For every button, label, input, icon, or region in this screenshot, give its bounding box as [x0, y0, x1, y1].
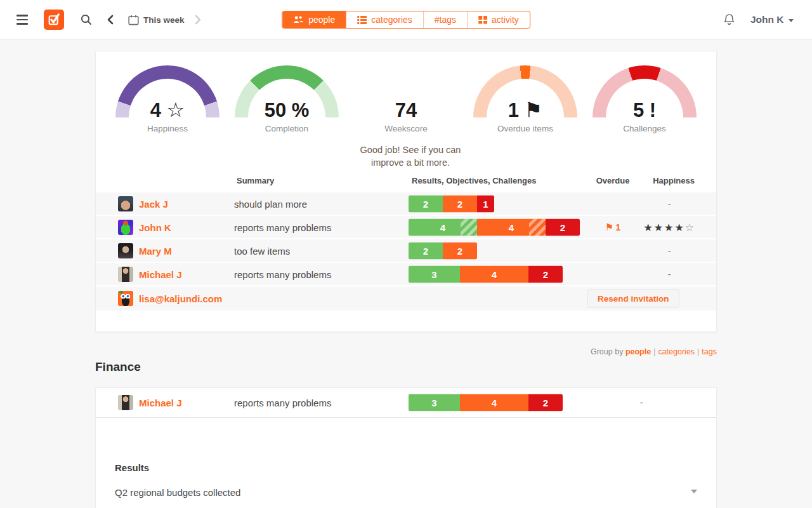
chevron-down-icon[interactable]	[691, 490, 697, 493]
avatar[interactable]	[118, 291, 133, 306]
next-week-icon[interactable]	[194, 0, 202, 39]
star-outline-icon: ☆	[684, 221, 695, 232]
col-header-happiness: Happiness	[636, 176, 712, 185]
items-bar: 342	[409, 265, 563, 283]
bar-value: 4	[509, 222, 514, 232]
search-icon[interactable]	[80, 0, 93, 39]
bar-segment-orange: 4	[460, 265, 528, 283]
bar-value: 2	[543, 269, 548, 279]
results-title: Results	[115, 462, 697, 473]
app-logo[interactable]	[44, 0, 64, 39]
bar-value: 4	[440, 222, 445, 232]
notifications-bell-icon[interactable]	[723, 0, 735, 39]
person-name-link[interactable]: John K	[139, 222, 171, 232]
bar-segment-red: 2	[546, 218, 580, 236]
col-header-results-objectives-challenges: Results, Objectives, Challenges	[412, 176, 537, 185]
table-row: Jack Jshould plan more221-	[96, 192, 716, 215]
summary-text: reports many problems	[234, 269, 331, 279]
avatar[interactable]	[118, 267, 133, 282]
bar-value: 4	[492, 269, 497, 279]
table-header: Summary Results, Objectives, Challenges …	[96, 171, 716, 192]
items-bar: 442	[409, 218, 580, 236]
bar-segment-green: 2	[409, 242, 443, 259]
resend-invitation-button[interactable]: Resend invitation	[587, 290, 679, 308]
bar-segment-orange: 2	[443, 195, 477, 212]
group-by-categories[interactable]: categories	[658, 347, 695, 356]
summary-text: should plan more	[234, 198, 307, 209]
person-name-link[interactable]: Mary M	[139, 245, 172, 256]
table-row: Michael Jreports many problems342-	[96, 263, 716, 285]
tab-tags[interactable]: #tags	[423, 11, 467, 28]
gauge-value: 74	[354, 99, 458, 122]
happiness-cell: -	[625, 198, 714, 210]
items-bar: 22	[409, 242, 477, 259]
user-menu[interactable]: John K	[750, 0, 794, 39]
bar-segment-orange: 2	[443, 242, 477, 259]
summary-text: too few items	[234, 245, 290, 256]
person-name-link[interactable]: Michael J	[139, 398, 182, 408]
star-filled-icon: ★	[654, 221, 664, 232]
gauge-value: 5 !	[593, 99, 697, 122]
avatar[interactable]	[118, 395, 133, 410]
person-name-link[interactable]: Michael J	[139, 269, 182, 279]
tab-label: categories	[371, 15, 412, 25]
gauge-label: Overdue items	[466, 124, 584, 133]
bar-value: 2	[560, 222, 565, 232]
happiness-empty: -	[668, 269, 671, 279]
avatar[interactable]	[118, 243, 133, 258]
bar-value: 4	[492, 398, 497, 408]
flag-icon: ⚑	[525, 98, 543, 121]
result-item[interactable]: Q2 regional budgets collected	[115, 487, 697, 508]
bar-segment-red: 1	[477, 195, 494, 212]
bar-stripe-overlay	[461, 218, 477, 236]
tab-categories[interactable]: categories	[346, 11, 423, 28]
summary-text: reports many problems	[234, 222, 331, 232]
view-tabs: peoplecategories#tagsactivity	[282, 11, 530, 29]
gauge-arc-wrap: 4 ☆	[115, 65, 219, 117]
group-by-people[interactable]: people	[625, 347, 651, 356]
person-name-link[interactable]: lisa@kaljundi.com	[139, 293, 222, 304]
star-filled-icon: ★	[664, 221, 674, 232]
star-rating: ★★★★☆	[643, 221, 695, 232]
week-selector[interactable]: This week	[128, 0, 185, 39]
gauge-label: Weekscore	[347, 124, 465, 133]
items-bar: 342	[409, 394, 563, 411]
tab-label: activity	[492, 15, 519, 25]
group-by-tags[interactable]: tags	[702, 347, 717, 356]
bar-segment-green: 2	[409, 195, 443, 212]
section-title-finance: Finance	[95, 360, 141, 374]
star-filled-icon: ★	[674, 221, 684, 232]
gauge-arc-wrap: 50 %	[235, 65, 339, 117]
items-bar: 221	[409, 195, 494, 212]
bar-value: 2	[457, 245, 462, 256]
gauge-label: Completion	[228, 124, 346, 133]
checkbox-logo-icon	[44, 10, 64, 30]
happiness-cell: ★★★★☆	[625, 221, 714, 233]
happiness-cell: -	[597, 397, 686, 408]
tab-activity[interactable]: activity	[467, 11, 530, 28]
previous-week-icon[interactable]	[107, 0, 114, 39]
gauges-row: 4 ☆Happiness50 %Completion74WeekscoreGoo…	[96, 51, 716, 171]
gauge-completion: 50 %Completion	[228, 65, 346, 171]
table-row: Mary Mtoo few items22-	[96, 239, 716, 262]
gauge-value: 4 ☆	[115, 98, 219, 122]
bar-value: 2	[423, 245, 428, 256]
flag-icon: ⚑	[605, 222, 613, 232]
gauge-label: Challenges	[586, 124, 704, 133]
menu-icon[interactable]	[16, 0, 28, 39]
bar-segment-green: 3	[409, 265, 460, 283]
person-name-link[interactable]: Jack J	[139, 198, 168, 209]
tab-people[interactable]: people	[282, 11, 346, 28]
avatar[interactable]	[118, 196, 133, 211]
group-by-bar: Group by people|categories|tags	[95, 347, 717, 356]
gauge-value: 50 %	[235, 99, 339, 122]
happiness-empty: -	[668, 199, 671, 209]
gauge-happiness: 4 ☆Happiness	[108, 65, 226, 171]
gauge-message: Good job! See if you can improve a bit m…	[347, 144, 474, 170]
star-outline-icon: ☆	[167, 98, 185, 121]
people-rows: Jack Jshould plan more221-John Kreports …	[96, 192, 716, 311]
user-name: John K	[750, 14, 784, 25]
avatar[interactable]	[118, 220, 133, 235]
group-by-label: Group by	[591, 347, 625, 356]
bar-value: 2	[543, 398, 548, 408]
